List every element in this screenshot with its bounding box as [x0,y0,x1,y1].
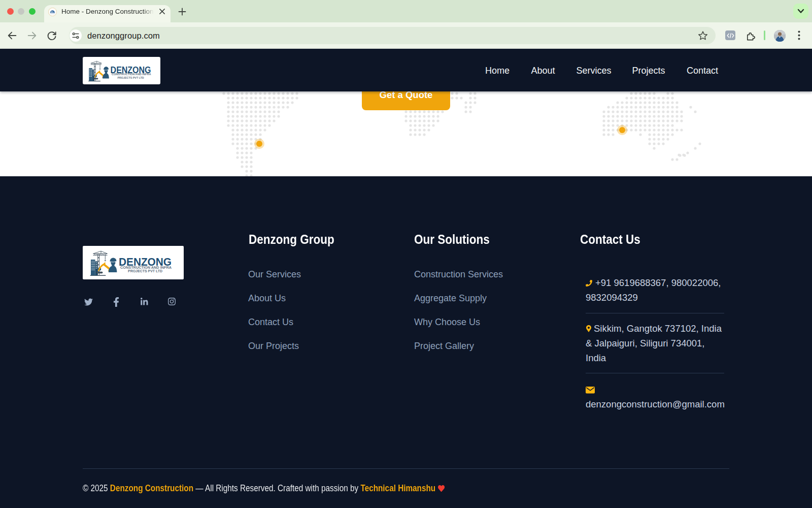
svg-text:PROJECTS PVT LTD: PROJECTS PVT LTD [128,269,162,273]
